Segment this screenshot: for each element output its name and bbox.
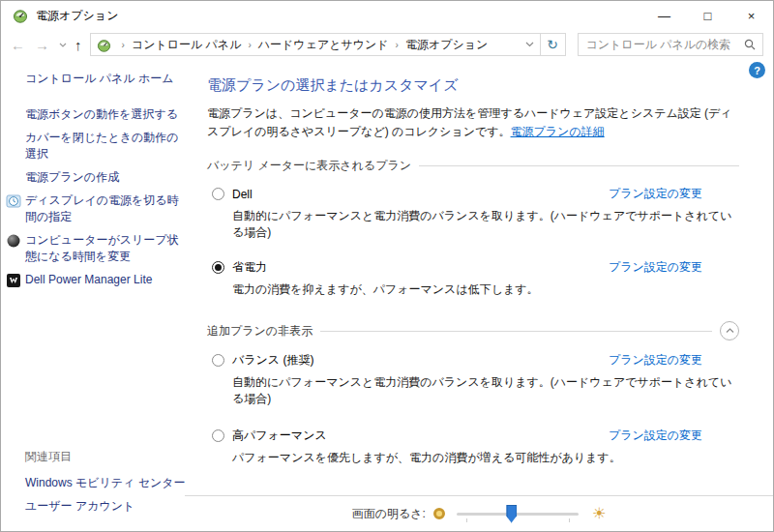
change-plan-settings-link-balanced[interactable]: プラン設定の変更 — [609, 352, 702, 369]
radio-plan-high-performance[interactable] — [212, 429, 224, 442]
window-controls: — □ × — [642, 1, 773, 30]
plan-name-power-saver[interactable]: 省電力 — [232, 259, 267, 276]
page-description: 電源プランは、コンピューターの電源の使用方法を管理するハードウェア設定とシステム… — [207, 104, 739, 141]
brightness-low-sun-icon — [433, 508, 445, 519]
sidebar-item-label: コンピューターがスリープ状態になる時間を変更 — [25, 233, 179, 263]
power-plan-details-link[interactable]: 電源プランの詳細 — [511, 125, 605, 138]
sidebar-item-change-sleep-time[interactable]: コンピューターがスリープ状態になる時間を変更 — [25, 232, 185, 265]
window-title: 電源オプション — [36, 8, 118, 24]
brightness-label: 画面の明るさ: — [352, 506, 426, 522]
section-header-battery-meter-plans: バッテリ メーターに表示されるプラン — [207, 158, 739, 174]
sidebar-item-choose-power-buttons[interactable]: 電源ボタンの動作を選択する — [25, 106, 185, 123]
change-plan-settings-link-high-performance[interactable]: プラン設定の変更 — [609, 428, 702, 444]
page-title: 電源プランの選択またはカスタマイズ — [207, 76, 739, 95]
change-plan-settings-link-dell[interactable]: プラン設定の変更 — [609, 186, 702, 202]
breadcrumb-control-panel[interactable]: コントロール パネル — [132, 37, 242, 53]
radio-plan-balanced[interactable] — [212, 354, 224, 367]
sidebar-item-label: Dell Power Manager Lite — [25, 273, 152, 286]
related-items: 関連項目 Windows モビリティ センター ユーザー アカウント — [25, 449, 194, 521]
sidebar-item-control-panel-home[interactable]: コントロール パネル ホーム — [25, 71, 194, 87]
plan-name-high-performance[interactable]: 高パフォーマンス — [232, 428, 327, 444]
maximize-button[interactable]: □ — [686, 1, 729, 30]
breadcrumb-separator: › — [122, 40, 125, 50]
plan-name-dell[interactable]: Dell — [232, 188, 253, 201]
sidebar-item-user-accounts[interactable]: ユーザー アカウント — [25, 498, 194, 515]
sidebar: コントロール パネル ホーム 電源ボタンの動作を選択する カバーを閉じたときの動… — [1, 59, 194, 531]
section-header-hide-additional-plans: 追加プランの非表示 — [207, 321, 739, 340]
plan-power-saver: 省電力 プラン設定の変更 電力の消費を抑えますが、パフォーマンスは低下します。 — [207, 259, 739, 298]
sidebar-item-lid-close-action[interactable]: カバーを閉じたときの動作の選択 — [25, 130, 185, 163]
sidebar-item-label: ディスプレイの電源を切る時間の指定 — [25, 193, 179, 223]
dell-power-manager-icon — [6, 273, 21, 288]
up-button[interactable]: ↑ — [74, 37, 82, 53]
breadcrumb-hardware-and-sound[interactable]: ハードウェアとサウンド — [258, 37, 389, 53]
breadcrumb-power-options[interactable]: 電源オプション — [405, 37, 488, 53]
power-options-window: 電源オプション — □ × ← → ↑ › コントロール パネル › ハードウェ… — [0, 0, 774, 532]
display-clock-icon — [6, 193, 21, 209]
collapse-section-button[interactable] — [720, 321, 739, 340]
brightness-slider-track[interactable] — [457, 513, 579, 516]
breadcrumb-separator: › — [248, 40, 251, 50]
power-meter-icon — [13, 8, 28, 23]
section-header-label: 追加プランの非表示 — [207, 323, 313, 340]
sidebar-item-dell-power-manager[interactable]: Dell Power Manager Lite — [25, 272, 185, 288]
radio-plan-power-saver[interactable] — [212, 261, 224, 274]
close-button[interactable]: × — [729, 1, 773, 30]
chevron-up-icon — [726, 328, 734, 334]
address-bar[interactable]: › コントロール パネル › ハードウェアとサウンド › 電源オプション — [90, 33, 541, 56]
change-plan-settings-link-power-saver[interactable]: プラン設定の変更 — [609, 259, 702, 276]
plan-description: 電力の消費を抑えますが、パフォーマンスは低下します。 — [232, 281, 739, 298]
sidebar-item-display-off-time[interactable]: ディスプレイの電源を切る時間の指定 — [25, 192, 185, 225]
radio-plan-dell[interactable] — [212, 188, 224, 200]
sleep-sphere-icon — [6, 233, 21, 249]
plan-description: パフォーマンスを優先しますが、電力の消費が増える可能性があります。 — [232, 450, 739, 466]
plan-description: 自動的にパフォーマンスと電力消費のバランスを取ります。(ハードウェアでサポートさ… — [232, 374, 739, 407]
minimize-button[interactable]: — — [642, 1, 686, 30]
search-input[interactable] — [579, 38, 744, 51]
main-content: ? 電源プランの選択またはカスタマイズ 電源プランは、コンピューターの電源の使用… — [194, 59, 773, 495]
refresh-button[interactable]: ↻ — [541, 33, 566, 56]
address-dropdown-chevron-icon[interactable] — [525, 42, 534, 47]
plan-name-balanced[interactable]: バランス (推奨) — [232, 352, 313, 369]
slider-tick — [466, 518, 467, 522]
related-items-header: 関連項目 — [25, 449, 194, 465]
brightness-high-sun-icon: ☀ — [592, 506, 606, 521]
breadcrumb-separator: › — [396, 40, 399, 50]
plan-dell: Dell プラン設定の変更 自動的にパフォーマンスと電力消費のバランスを取ります… — [207, 186, 739, 241]
sidebar-item-create-power-plan[interactable]: 電源プランの作成 — [25, 169, 185, 186]
search-icon[interactable] — [744, 39, 756, 50]
forward-button[interactable]: → — [35, 37, 49, 53]
navigation-bar: ← → ↑ › コントロール パネル › ハードウェアとサウンド › 電源オプシ… — [1, 30, 773, 59]
page-description-text: 電源プランは、コンピューターの電源の使用方法を管理するハードウェア設定とシステム… — [207, 106, 732, 138]
bottom-bar: 画面の明るさ: ☀ — [185, 495, 773, 531]
back-button[interactable]: ← — [11, 37, 25, 53]
section-header-label: バッテリ メーターに表示されるプラン — [207, 158, 411, 174]
plan-high-performance: 高パフォーマンス プラン設定の変更 パフォーマンスを優先しますが、電力の消費が増… — [207, 428, 739, 466]
brightness-slider[interactable] — [457, 505, 579, 523]
plan-balanced: バランス (推奨) プラン設定の変更 自動的にパフォーマンスと電力消費のバランス… — [207, 352, 739, 407]
address-location-icon — [97, 38, 111, 52]
recent-pages-chevron-icon[interactable] — [59, 43, 67, 47]
screen-brightness-control: 画面の明るさ: ☀ — [352, 505, 607, 523]
slider-tick — [569, 518, 570, 522]
plan-description: 自動的にパフォーマンスと電力消費のバランスを取ります。(ハードウェアでサポートさ… — [232, 208, 739, 241]
search-box — [578, 33, 763, 56]
title-bar: 電源オプション — □ × — [1, 1, 773, 30]
brightness-slider-thumb[interactable] — [506, 505, 517, 523]
help-icon[interactable]: ? — [749, 62, 765, 78]
section-divider-line — [320, 331, 712, 332]
sidebar-item-windows-mobility-center[interactable]: Windows モビリティ センター — [25, 475, 194, 491]
section-divider-line — [419, 165, 739, 166]
